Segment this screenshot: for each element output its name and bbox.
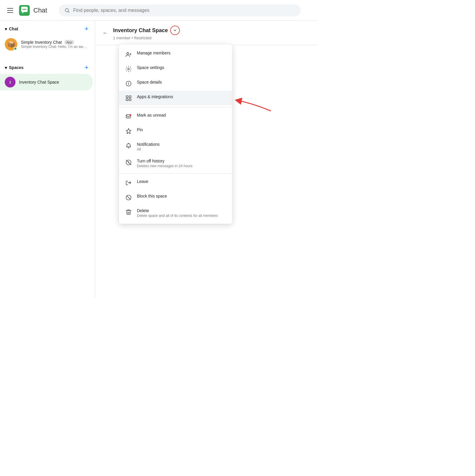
- menu-text: Space settings: [137, 65, 164, 70]
- menu-text: Apps & integrations: [137, 94, 173, 99]
- space-avatar-initial: I: [10, 80, 11, 85]
- chat-section-header: ▾ Chat +: [0, 21, 95, 35]
- delete-icon: [125, 209, 132, 216]
- pin-icon: [125, 128, 132, 135]
- space-title-row: Inventory Chat Space: [113, 26, 180, 35]
- content-area: ← Inventory Chat Space 1 member • Restri…: [95, 21, 317, 298]
- hamburger-line: [7, 12, 13, 13]
- space-name: Inventory Chat Space: [19, 80, 59, 84]
- menu-text: Delete Delete space and all of its conte…: [137, 208, 218, 218]
- menu-label: Block this space: [137, 194, 167, 198]
- space-dropdown-menu: Manage members Space settings: [119, 45, 232, 224]
- back-button[interactable]: ←: [101, 28, 110, 37]
- menu-label: Mark as unread: [137, 113, 166, 118]
- app-header: Chat: [0, 0, 317, 21]
- menu-label: Pin: [137, 127, 143, 132]
- spaces-section: ▾ Spaces + I Inventory Chat Space: [0, 60, 95, 90]
- menu-divider-2: [119, 173, 232, 174]
- menu-text: Mark as unread: [137, 113, 166, 118]
- manage-members-icon: [125, 51, 132, 58]
- svg-rect-9: [129, 96, 131, 98]
- menu-label: Apps & integrations: [137, 94, 173, 99]
- online-status-dot: [14, 47, 17, 50]
- block-icon: [125, 194, 132, 201]
- spaces-section-header: ▾ Spaces +: [0, 60, 95, 74]
- menu-sublabel: Deletes new messages in 24 hours: [137, 164, 193, 168]
- hamburger-line: [7, 8, 13, 9]
- header-left: Chat: [5, 5, 47, 16]
- sidebar: ▾ Chat + 📦 Simple Inventory Chat App Sim…: [0, 21, 95, 298]
- svg-rect-10: [126, 99, 128, 101]
- space-details-icon: [125, 80, 132, 87]
- menu-item-history[interactable]: Turn off history Deletes new messages in…: [119, 155, 232, 172]
- app-logo-icon: [19, 5, 30, 16]
- space-header: ← Inventory Chat Space 1 member • Restri…: [95, 21, 317, 45]
- history-off-icon: [125, 159, 132, 166]
- svg-point-6: [128, 68, 129, 70]
- chat-info: Simple Inventory Chat App Simple Invento…: [21, 40, 88, 49]
- space-meta: 1 member • Restricted: [113, 36, 180, 40]
- menu-item-mark-unread[interactable]: Mark as unread: [119, 109, 232, 124]
- space-dropdown-button[interactable]: [170, 26, 180, 35]
- chat-list-item[interactable]: 📦 Simple Inventory Chat App Simple Inven…: [0, 35, 93, 54]
- chat-section-toggle[interactable]: ▾ Chat: [5, 26, 18, 32]
- space-avatar: I: [5, 77, 15, 87]
- menu-text: Space details: [137, 80, 162, 84]
- menu-item-leave[interactable]: Leave: [119, 176, 232, 190]
- svg-point-5: [127, 52, 129, 54]
- annotation-arrow: [235, 95, 274, 112]
- menu-item-space-settings[interactable]: Space settings: [119, 62, 232, 76]
- menu-label: Space details: [137, 80, 162, 84]
- hamburger-line: [7, 10, 13, 11]
- menu-text: Pin: [137, 127, 143, 132]
- chat-name: Simple Inventory Chat: [21, 40, 62, 45]
- menu-item-delete[interactable]: Delete Delete space and all of its conte…: [119, 205, 232, 221]
- spaces-chevron-icon: ▾: [5, 65, 7, 71]
- space-list-item[interactable]: I Inventory Chat Space: [0, 74, 93, 90]
- apps-integrations-icon: [125, 95, 132, 102]
- menu-item-pin[interactable]: Pin: [119, 124, 232, 138]
- svg-point-3: [25, 9, 26, 10]
- menu-divider-1: [119, 107, 232, 107]
- chat-chevron-icon: ▾: [5, 26, 7, 32]
- menu-label: Notifications: [137, 142, 160, 147]
- main-layout: ▾ Chat + 📦 Simple Inventory Chat App Sim…: [0, 21, 317, 298]
- search-bar[interactable]: [59, 4, 301, 16]
- menu-sublabel: All: [137, 147, 160, 151]
- add-space-button[interactable]: +: [83, 64, 90, 71]
- svg-point-2: [24, 9, 25, 10]
- svg-point-1: [23, 9, 24, 10]
- svg-line-18: [127, 196, 130, 199]
- menu-text: Block this space: [137, 194, 167, 198]
- space-title: Inventory Chat Space: [113, 27, 168, 34]
- search-icon: [64, 7, 70, 13]
- menu-label: Leave: [137, 179, 148, 184]
- mark-unread-icon: [125, 113, 132, 120]
- chat-preview: Simple Inventory Chat: Hello, I'm an awe…: [21, 45, 88, 49]
- avatar: 📦: [5, 38, 17, 51]
- menu-item-block[interactable]: Block this space: [119, 190, 232, 205]
- menu-label: Turn off history: [137, 159, 193, 163]
- space-settings-icon: [125, 65, 132, 73]
- chat-name-row: Simple Inventory Chat App: [21, 40, 88, 45]
- chevron-down-icon: [173, 28, 177, 32]
- add-chat-button[interactable]: +: [83, 25, 90, 33]
- space-info: Inventory Chat Space 1 member • Restrict…: [113, 26, 180, 40]
- hamburger-menu-button[interactable]: [5, 6, 15, 15]
- menu-item-manage-members[interactable]: Manage members: [119, 47, 232, 62]
- search-input[interactable]: [73, 8, 295, 13]
- app-title: Chat: [33, 7, 47, 14]
- notifications-icon: [125, 142, 132, 149]
- menu-item-apps-integrations[interactable]: Apps & integrations: [119, 91, 232, 105]
- spaces-section-toggle[interactable]: ▾ Spaces: [5, 65, 24, 71]
- menu-sublabel: Delete space and all of its contents for…: [137, 214, 218, 218]
- menu-item-space-details[interactable]: Space details: [119, 76, 232, 91]
- menu-item-notifications[interactable]: Notifications All: [119, 138, 232, 155]
- menu-text: Notifications All: [137, 142, 160, 151]
- svg-point-13: [130, 114, 132, 116]
- spaces-section-title: Spaces: [9, 65, 24, 70]
- menu-label: Space settings: [137, 65, 164, 70]
- menu-label: Delete: [137, 208, 218, 213]
- svg-rect-11: [129, 99, 131, 101]
- svg-rect-8: [126, 96, 128, 98]
